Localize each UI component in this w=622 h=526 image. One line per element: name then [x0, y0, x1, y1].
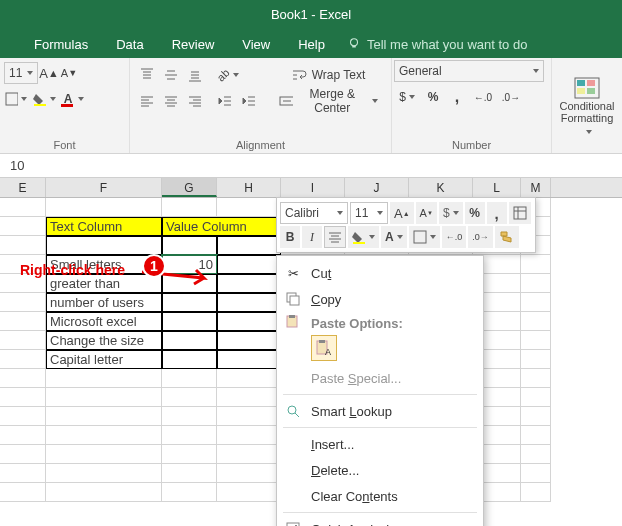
mini-grow-font[interactable]: A▲: [390, 202, 414, 224]
mini-font-color[interactable]: A: [381, 226, 407, 248]
svg-rect-8: [577, 88, 585, 94]
title-bar: Book1 - Excel: [0, 0, 622, 30]
decrease-indent-button[interactable]: [214, 90, 236, 112]
tab-review[interactable]: Review: [158, 30, 229, 58]
scissors-icon: ✂: [285, 265, 301, 281]
wrap-text-button[interactable]: Wrap Text: [272, 64, 385, 86]
mini-comma[interactable]: ,: [487, 202, 507, 224]
tell-me[interactable]: Tell me what you want to do: [347, 37, 527, 52]
mini-format-painter[interactable]: [495, 226, 519, 248]
align-top-button[interactable]: [136, 64, 158, 86]
orientation-button[interactable]: ab: [214, 64, 242, 86]
align-middle-button[interactable]: [160, 64, 182, 86]
col-header-H[interactable]: H: [217, 178, 281, 197]
formula-bar[interactable]: 10: [0, 154, 622, 178]
ctx-paste-special[interactable]: Paste Special...: [277, 365, 483, 391]
ctx-paste-row: A: [277, 333, 483, 365]
merge-center-button[interactable]: Merge & Center: [272, 90, 385, 112]
cell-text-5[interactable]: Capital letter: [46, 350, 162, 369]
increase-decimal-button[interactable]: ←.0: [470, 86, 496, 108]
svg-rect-9: [587, 88, 595, 94]
ribbon-tabs: Formulas Data Review View Help Tell me w…: [0, 30, 622, 58]
merge-center-label: Merge & Center: [297, 87, 369, 115]
increase-indent-button[interactable]: [238, 90, 260, 112]
mini-toolbar: Calibri 11 A▲ A▼ $ % , B I A ←.0 .0→: [276, 197, 536, 253]
number-format-select[interactable]: General: [394, 60, 544, 82]
header-text-column[interactable]: Text Column: [46, 217, 162, 236]
align-center-button[interactable]: [160, 90, 182, 112]
tab-data[interactable]: Data: [102, 30, 157, 58]
mini-fill-color[interactable]: [348, 226, 379, 248]
smart-lookup-icon: [285, 403, 301, 419]
fill-color-button[interactable]: [30, 88, 58, 110]
ctx-paste-options: Paste Options:: [277, 312, 483, 333]
percent-button[interactable]: %: [422, 86, 444, 108]
col-header-L[interactable]: L: [473, 178, 521, 197]
mini-bold[interactable]: B: [280, 226, 300, 248]
ctx-smart-lookup[interactable]: Smart Lookup: [277, 398, 483, 424]
mini-font-name[interactable]: Calibri: [280, 202, 348, 224]
quick-analysis-icon: [285, 521, 301, 526]
badge-1: 1: [142, 254, 166, 278]
tab-help[interactable]: Help: [284, 30, 339, 58]
col-header-F[interactable]: F: [46, 178, 162, 197]
group-number-label: Number: [392, 137, 551, 153]
tab-view[interactable]: View: [228, 30, 284, 58]
shrink-font-button[interactable]: A▼: [60, 62, 78, 84]
svg-rect-1: [6, 93, 18, 105]
mini-percent[interactable]: %: [465, 202, 485, 224]
ctx-cut[interactable]: ✂ Cut: [277, 260, 483, 286]
align-left-button[interactable]: [136, 90, 158, 112]
col-header-E[interactable]: E: [0, 178, 46, 197]
mini-inc-decimal[interactable]: ←.0: [442, 226, 467, 248]
tab-formulas[interactable]: Formulas: [20, 30, 102, 58]
group-font-label: Font: [0, 137, 129, 153]
border-button[interactable]: [4, 88, 28, 110]
svg-point-0: [350, 39, 357, 46]
svg-point-20: [288, 406, 296, 414]
svg-rect-7: [587, 80, 595, 86]
mini-accounting[interactable]: $: [439, 202, 463, 224]
col-header-K[interactable]: K: [409, 178, 473, 197]
svg-rect-11: [353, 242, 365, 244]
cell-text-2[interactable]: number of users: [46, 293, 162, 312]
paste-all-button[interactable]: A: [311, 335, 337, 361]
copy-icon: [285, 291, 301, 307]
align-bottom-button[interactable]: [184, 64, 206, 86]
grow-font-button[interactable]: A▲: [40, 62, 58, 84]
col-header-I[interactable]: I: [281, 178, 345, 197]
tell-me-label: Tell me what you want to do: [367, 37, 527, 52]
mini-font-size[interactable]: 11: [350, 202, 388, 224]
mini-italic[interactable]: I: [302, 226, 322, 248]
svg-rect-10: [514, 207, 526, 219]
col-header-J[interactable]: J: [345, 178, 409, 197]
align-right-button[interactable]: [184, 90, 206, 112]
accounting-format-button[interactable]: $: [394, 86, 420, 108]
mini-align-center[interactable]: [324, 226, 346, 248]
context-menu: ✂ Cut Copy Paste Options: A Paste Specia…: [276, 255, 484, 526]
font-size-select[interactable]: 11: [4, 62, 38, 84]
mini-border[interactable]: [409, 226, 440, 248]
ctx-clear-contents[interactable]: Clear Contents: [277, 483, 483, 509]
decrease-decimal-button[interactable]: .0→: [498, 86, 524, 108]
mini-shrink-font[interactable]: A▼: [416, 202, 437, 224]
font-color-button[interactable]: A: [60, 88, 88, 110]
group-alignment-label: Alignment: [130, 137, 391, 153]
ctx-quick-analysis[interactable]: Quick Analysis: [277, 516, 483, 526]
ctx-insert[interactable]: Insert...: [277, 431, 483, 457]
number-format-value: General: [399, 64, 442, 78]
header-value-column[interactable]: Value Column: [162, 217, 281, 236]
mini-dec-decimal[interactable]: .0→: [468, 226, 493, 248]
cell-text-4[interactable]: Change the size: [46, 331, 162, 350]
cell-text-3[interactable]: Microsoft excel: [46, 312, 162, 331]
ctx-copy[interactable]: Copy: [277, 286, 483, 312]
svg-rect-6: [577, 80, 585, 86]
col-header-G[interactable]: G: [162, 178, 217, 197]
group-number: General $ % , ←.0 .0→ Number: [392, 58, 552, 153]
col-header-M[interactable]: M: [521, 178, 551, 197]
mini-format-cells[interactable]: [509, 202, 531, 224]
group-font: 11 A▲ A▼ A Font: [0, 58, 130, 153]
comma-button[interactable]: ,: [446, 86, 468, 108]
conditional-formatting-button[interactable]: Conditional Formatting: [555, 71, 619, 141]
ctx-delete[interactable]: Delete...: [277, 457, 483, 483]
